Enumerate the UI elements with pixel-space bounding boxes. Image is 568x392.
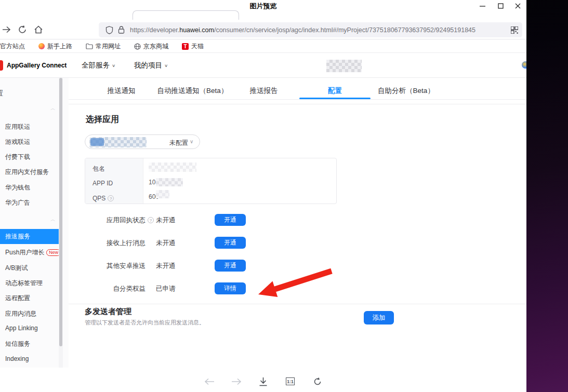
qr-code-icon[interactable] (511, 26, 518, 34)
sidebar-item-paid-download[interactable]: 付费下载 (5, 153, 30, 161)
blurred-app-icon (90, 138, 104, 146)
bookmark-common-sites[interactable]: 常用网址 (86, 42, 121, 51)
rotate-button[interactable] (312, 376, 323, 387)
url-text: https://developer.huawei.com/consumer/cn… (130, 26, 475, 34)
select-app-title: 选择应用 (86, 114, 119, 125)
nav-my-projects[interactable]: 我的项目 ∨ (134, 61, 168, 70)
service-status: 未开通 (156, 239, 176, 248)
blurred-project-name (326, 60, 362, 72)
info-icon[interactable]: ? (148, 217, 154, 223)
actual-size-button[interactable]: 1:1 (285, 376, 296, 387)
divider (69, 304, 526, 304)
home-icon[interactable] (33, 24, 44, 35)
bookmark-label: 新手上路 (47, 42, 72, 51)
sidebar-item-ads[interactable]: 华为广告 (5, 198, 30, 207)
enable-button[interactable]: 开通 (215, 237, 246, 249)
agc-main-panel: 推送通知 自动推送通知（Beta） 推送报告 配置 自助分析（Beta） 选择应… (69, 78, 526, 368)
enable-button[interactable]: 开通 (215, 214, 246, 226)
rotate-icon (313, 377, 322, 386)
one-to-one-icon: 1:1 (286, 377, 295, 385)
app-info-box: 包名 APP ID QPS ? 10 600 (85, 158, 337, 204)
sidebar-item-dynamic-tag[interactable]: 动态标签管理 (5, 279, 43, 288)
service-status: 未开通 (156, 262, 176, 271)
download-button[interactable] (258, 376, 269, 387)
add-button[interactable]: 添加 (364, 311, 394, 325)
shield-icon[interactable] (105, 26, 113, 34)
sidebar-item-push-service[interactable]: 推送服务 (0, 229, 59, 244)
image-preview-window: 图片预览 (0, 0, 526, 392)
firefox-circle-icon (38, 43, 45, 49)
avatar[interactable] (522, 61, 526, 69)
close-icon (515, 3, 521, 9)
info-icon[interactable]: ? (108, 195, 114, 201)
bookmark-jd[interactable]: 京东商城 (134, 42, 168, 51)
agc-header: AppGallery Connect 全部服务 ∨ 我的项目 ∨ (0, 53, 526, 78)
sidebar-item-partial[interactable]: 置 (0, 89, 5, 98)
previous-image-button[interactable] (204, 376, 215, 387)
bookmark-tmall[interactable]: T 天猫 (182, 42, 204, 51)
arrow-right-icon (231, 378, 242, 385)
browser-tabstrip (0, 9, 526, 20)
globe-icon (134, 43, 141, 50)
qps-value: 600 (149, 193, 169, 200)
bookmark-official[interactable]: 官方站点 (0, 42, 25, 51)
package-name-value (149, 163, 196, 172)
service-row-receipt: 应用回执状态 ? 未开通 开通 (69, 214, 328, 226)
app-select-dropdown[interactable]: 未配置 ∨ (85, 134, 200, 149)
blurred-app-id (156, 178, 183, 186)
service-label: 应用回执状态 (69, 216, 146, 225)
details-button[interactable]: 详情 (215, 282, 246, 294)
sidebar-item-sms[interactable]: 短信服务 (5, 340, 30, 348)
sidebar-item-push-growth[interactable]: Push用户增长New (5, 248, 61, 257)
sidebar-scrollbar-thumb[interactable] (59, 78, 62, 346)
service-label: 其他安卓推送 (69, 262, 146, 271)
sidebar-item-app-joint[interactable]: 应用联运 (5, 123, 30, 131)
push-tabbar: 推送通知 自动推送通知（Beta） 推送报告 配置 自助分析（Beta） (86, 82, 442, 99)
sidebar-item-ab-test[interactable]: A/B测试 (5, 264, 28, 273)
reload-icon[interactable] (17, 24, 28, 35)
tmall-icon: T (182, 43, 189, 50)
sidebar-item-in-app-message[interactable]: 应用内消息 (5, 309, 36, 318)
forward-icon[interactable] (1, 24, 11, 35)
app-id-label: APP ID (93, 180, 113, 187)
browser-tab[interactable] (133, 10, 239, 20)
collapse-icon[interactable]: ︿ (50, 216, 56, 223)
bookmark-getting-started[interactable]: 新手上路 (38, 42, 72, 51)
service-label: 自分类权益 (69, 285, 146, 293)
multi-sender-title: 多发送者管理 (85, 307, 131, 317)
nav-all-services[interactable]: 全部服务 ∨ (82, 61, 115, 70)
url-domain: huawei.com (179, 26, 214, 34)
sidebar-item-wallet[interactable]: 华为钱包 (5, 183, 30, 192)
multi-sender-desc: 管理以下发送者是否允许向当前应用发送消息。 (85, 319, 205, 327)
screenshot-image: https://developer.huawei.com/consumer/cn… (0, 9, 526, 368)
sidebar-item-game-joint[interactable]: 游戏联运 (5, 138, 30, 146)
tab-config[interactable]: 配置 (299, 82, 371, 99)
agc-logo-icon (0, 60, 3, 71)
divider (69, 99, 526, 100)
service-status: 已申请 (156, 285, 176, 293)
sidebar-item-iap[interactable]: 应用内支付服务 (5, 168, 49, 177)
bookmark-label: 官方站点 (0, 42, 25, 51)
blurred-package-name (149, 163, 196, 172)
chevron-down-icon: ∨ (190, 139, 193, 144)
chevron-down-icon: ∨ (112, 63, 115, 68)
app-id-value: 10 (149, 178, 183, 186)
package-name-label: 包名 (93, 165, 105, 173)
tab-push-notification[interactable]: 推送通知 (86, 82, 157, 99)
sidebar-item-app-linking[interactable]: App Linking (5, 325, 38, 332)
qps-label-text: QPS (93, 195, 105, 202)
divider (69, 104, 526, 104)
tab-auto-push[interactable]: 自动推送通知（Beta） (157, 82, 228, 99)
nav-label: 我的项目 (134, 61, 162, 70)
sidebar-item-remote-config[interactable]: 远程配置 (5, 294, 30, 303)
sidebar-item-indexing[interactable]: Indexing (5, 355, 29, 362)
collapse-icon[interactable]: ︿ (50, 105, 56, 112)
tab-self-analysis[interactable]: 自助分析（Beta） (371, 82, 442, 99)
lock-icon (118, 26, 125, 34)
url-path: /consumer/cn/service/josp/agc/index.html… (214, 26, 475, 34)
tab-push-report[interactable]: 推送报告 (228, 82, 299, 99)
next-image-button[interactable] (231, 376, 242, 387)
enable-button[interactable]: 开通 (215, 260, 246, 272)
service-row-uplink: 接收上行消息 未开通 开通 (69, 237, 328, 249)
url-bar[interactable]: https://developer.huawei.com/consumer/cn… (99, 22, 522, 37)
